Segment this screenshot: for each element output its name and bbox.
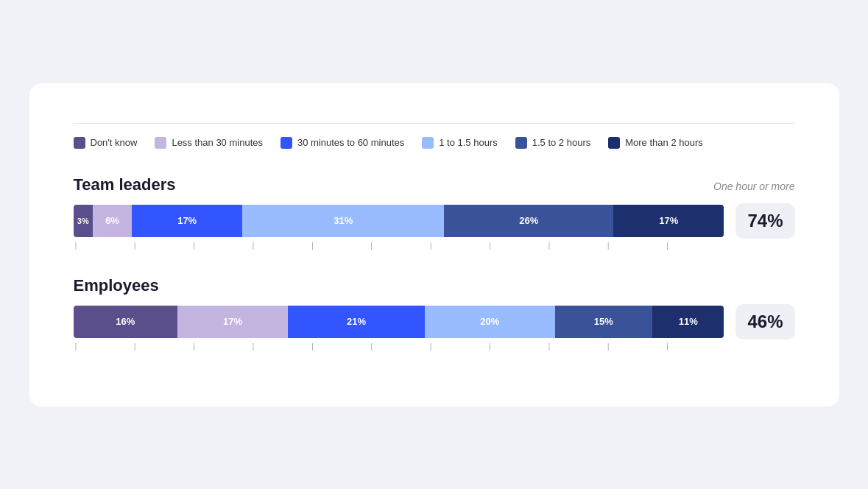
percentage-badge: 46% [735, 304, 794, 340]
legend-swatch [74, 137, 85, 149]
bar-segment-0: 3% [74, 205, 93, 237]
bar-segment-4: 26% [444, 205, 613, 237]
tick [369, 242, 428, 250]
section-header: Team leadersOne hour or more [74, 175, 795, 194]
bar-container: 16%17%21%20%15%11%46% [74, 304, 795, 340]
legend-item: Don't know [74, 137, 138, 149]
section-title: Employees [74, 276, 159, 295]
bar-container: 3%6%17%31%26%17%74% [74, 203, 795, 239]
tick [428, 242, 487, 250]
legend-swatch [515, 137, 527, 149]
tick [191, 342, 250, 351]
section-header: Employees [74, 276, 795, 295]
tick [487, 342, 546, 351]
legend-label: Don't know [91, 137, 138, 148]
title-divider [74, 123, 795, 124]
legend-item: 1 to 1.5 hours [422, 137, 498, 149]
bar-segment-5: 11% [652, 306, 724, 338]
stacked-bar: 16%17%21%20%15%11% [74, 306, 724, 338]
section-subtitle: One hour or more [713, 180, 795, 192]
section-1: Employees16%17%21%20%15%11%46% [74, 276, 795, 351]
tick [546, 342, 605, 351]
tick [428, 342, 487, 351]
section-title: Team leaders [74, 175, 176, 194]
legend: Don't knowLess than 30 minutes30 minutes… [74, 137, 795, 149]
legend-item: More than 2 hours [608, 137, 703, 149]
tick [487, 242, 546, 250]
tick-row [74, 242, 795, 250]
bar-segment-2: 17% [132, 205, 242, 237]
tick [133, 242, 191, 250]
tick [369, 342, 428, 351]
tick [310, 342, 369, 351]
tick [606, 342, 665, 351]
bar-segment-2: 21% [288, 306, 425, 338]
legend-swatch [155, 137, 166, 149]
tick [665, 342, 724, 351]
legend-item: Less than 30 minutes [155, 137, 263, 149]
bar-segment-0: 16% [74, 306, 177, 338]
tick [74, 242, 133, 250]
legend-swatch [422, 137, 434, 149]
tick [665, 242, 724, 250]
tick [310, 242, 369, 250]
tick [546, 242, 605, 250]
tick [251, 242, 310, 250]
percentage-badge: 74% [735, 203, 794, 239]
legend-label: 1.5 to 2 hours [532, 137, 591, 148]
legend-swatch [280, 137, 292, 149]
tick [251, 342, 310, 351]
legend-swatch [608, 137, 620, 149]
stacked-bar: 3%6%17%31%26%17% [74, 205, 724, 237]
tick [133, 342, 191, 351]
legend-label: 1 to 1.5 hours [439, 137, 498, 148]
section-0: Team leadersOne hour or more3%6%17%31%26… [74, 175, 795, 250]
legend-label: More than 2 hours [625, 137, 703, 148]
tick-row [74, 342, 795, 351]
bar-segment-3: 20% [425, 306, 555, 338]
bar-segment-1: 17% [177, 306, 288, 338]
legend-item: 1.5 to 2 hours [515, 137, 591, 149]
tick [74, 342, 133, 351]
tick [191, 242, 250, 250]
legend-item: 30 minutes to 60 minutes [280, 137, 404, 149]
bar-segment-5: 17% [613, 205, 724, 237]
legend-label: 30 minutes to 60 minutes [297, 137, 404, 148]
main-card: Don't knowLess than 30 minutes30 minutes… [29, 83, 839, 407]
bar-segment-3: 31% [242, 205, 444, 237]
legend-label: Less than 30 minutes [172, 137, 263, 148]
bar-segment-4: 15% [555, 306, 653, 338]
bar-segment-1: 6% [93, 205, 132, 237]
tick [606, 242, 665, 250]
